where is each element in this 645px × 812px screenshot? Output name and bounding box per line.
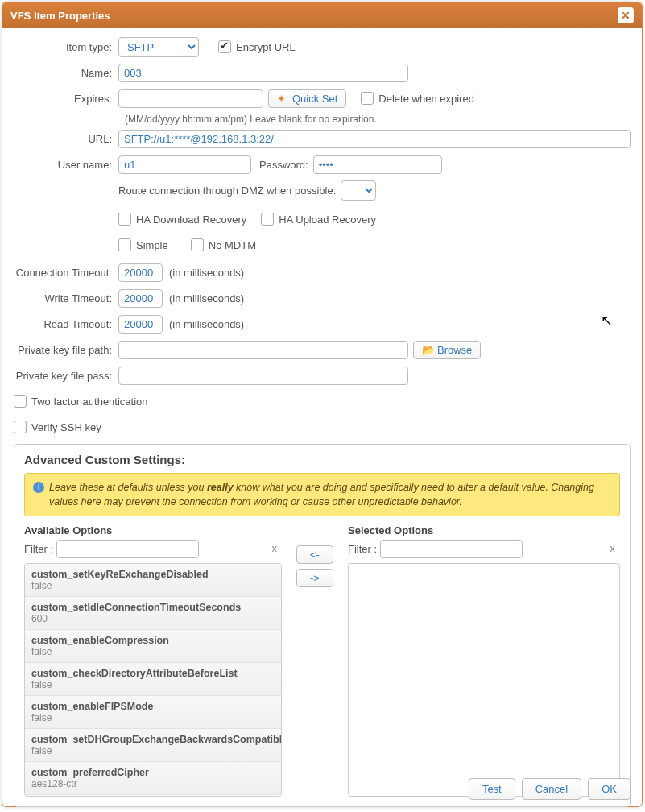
dmz-label: Route connection through DMZ when possib… (118, 184, 336, 197)
available-filter-clear-icon[interactable]: x (272, 542, 278, 554)
move-left-button[interactable]: <- (296, 545, 333, 564)
username-input[interactable] (118, 155, 251, 174)
available-options-list[interactable]: custom_setKeyReExchangeDisabledfalsecust… (24, 563, 282, 797)
label-write-timeout: Write Timeout: (14, 292, 118, 304)
label-conn-timeout: Connection Timeout: (14, 267, 118, 279)
ha-download-label: HA Download Recovery (136, 213, 246, 226)
info-icon: i (33, 482, 44, 493)
label-url: URL: (14, 133, 118, 145)
read-timeout-input[interactable] (118, 315, 163, 334)
available-option-item[interactable]: custom_enableCompressionfalse (25, 630, 281, 663)
pk-pass-input[interactable] (118, 367, 408, 385)
option-name: custom_setDHGroupExchangeBackwardsCompat… (31, 734, 275, 745)
advanced-settings-section: Advanced Custom Settings: i Leave these … (14, 444, 631, 807)
verify-ssh-checkbox[interactable] (14, 420, 27, 433)
available-filter-label: Filter : (24, 543, 53, 555)
folder-icon: 📂 (422, 344, 433, 355)
no-mdtm-checkbox[interactable] (191, 238, 204, 251)
option-name: custom_setKeyReExchangeDisabled (31, 569, 275, 580)
available-option-item[interactable]: custom_setDHGroupExchangeBackwardsCompat… (25, 729, 281, 762)
browse-button[interactable]: 📂 Browse (413, 341, 481, 359)
ha-upload-label: HA Upload Recovery (279, 213, 376, 226)
label-item-type: Item type: (14, 41, 118, 53)
encrypt-url-label: Encrypt URL (236, 41, 296, 53)
two-factor-checkbox[interactable] (14, 395, 27, 408)
conn-timeout-unit: (in milliseconds) (169, 267, 244, 279)
available-option-item[interactable]: custom_enableFIPSModefalse (25, 696, 281, 729)
option-name: custom_enableCompression (31, 635, 275, 646)
conn-timeout-input[interactable] (118, 263, 163, 282)
selected-filter-clear-icon[interactable]: x (610, 542, 616, 554)
available-heading: Available Options (24, 524, 282, 536)
write-timeout-unit: (in milliseconds) (169, 292, 244, 304)
label-pk-pass: Private key file pass: (14, 370, 118, 382)
encrypt-url-checkbox[interactable] (218, 40, 231, 53)
test-button[interactable]: Test (469, 778, 515, 800)
url-input[interactable] (118, 130, 631, 148)
simple-checkbox[interactable] (118, 238, 131, 251)
option-name: custom_checkDirectoryAttributeBeforeList (31, 668, 275, 679)
advanced-notice: i Leave these at defaults unless you rea… (24, 473, 620, 516)
advanced-heading: Advanced Custom Settings: (24, 453, 620, 466)
vfs-properties-dialog: VFS Item Properties ✕ Item type: SFTP En… (2, 2, 643, 807)
password-input[interactable] (313, 155, 442, 174)
pk-path-input[interactable] (118, 341, 408, 359)
simple-label: Simple (136, 239, 168, 251)
option-value: false (31, 646, 275, 657)
quick-set-button[interactable]: ✦ Quick Set (268, 89, 346, 108)
cancel-button[interactable]: Cancel (522, 778, 581, 800)
expires-input[interactable] (118, 89, 263, 108)
ha-upload-checkbox[interactable] (261, 213, 274, 226)
option-value: false (31, 580, 275, 591)
option-value: false (31, 745, 275, 756)
selected-heading: Selected Options (348, 524, 620, 536)
two-factor-label: Two factor authentication (31, 396, 148, 408)
titlebar: VFS Item Properties ✕ (2, 2, 642, 28)
delete-when-expired-label: Delete when expired (378, 93, 474, 105)
label-expires: Expires: (14, 93, 118, 105)
option-name: custom_enableFIPSMode (31, 701, 275, 712)
selected-filter-label: Filter : (348, 543, 377, 555)
no-mdtm-label: No MDTM (209, 239, 256, 251)
label-name: Name: (14, 67, 118, 79)
verify-ssh-label: Verify SSH key (31, 421, 101, 433)
available-option-item[interactable]: custom_setKeyReExchangeDisabledfalse (25, 564, 281, 597)
item-type-select[interactable]: SFTP (118, 37, 199, 57)
move-right-button[interactable]: -> (296, 569, 333, 587)
ha-download-checkbox[interactable] (118, 213, 131, 226)
label-username: User name: (14, 159, 118, 171)
option-value: 600 (31, 613, 275, 624)
dmz-select[interactable] (341, 180, 376, 201)
delete-when-expired-checkbox[interactable] (361, 92, 374, 105)
option-value: false (31, 712, 275, 723)
label-read-timeout: Read Timeout: (14, 318, 118, 330)
available-option-item[interactable]: custom_setIdleConnectionTimeoutSeconds60… (25, 597, 281, 630)
name-input[interactable] (118, 64, 408, 82)
available-option-item[interactable]: custom_preferredCipheraes128-ctr (25, 762, 281, 795)
ok-button[interactable]: OK (588, 778, 631, 800)
selected-filter-input[interactable] (380, 540, 523, 558)
wand-icon: ✦ (277, 93, 288, 104)
option-name: custom_preferredCipher (31, 767, 275, 778)
selected-options-list[interactable] (348, 563, 620, 797)
available-filter-input[interactable] (56, 540, 199, 558)
label-pk-path: Private key file path: (14, 344, 118, 356)
read-timeout-unit: (in milliseconds) (169, 318, 244, 330)
dialog-title: VFS Item Properties (10, 10, 110, 22)
option-name: custom_setIdleConnectionTimeoutSeconds (31, 602, 275, 613)
available-option-item[interactable]: custom_checkDirectoryAttributeBeforeList… (25, 663, 281, 696)
write-timeout-input[interactable] (118, 289, 163, 308)
expires-hint: (MM/dd/yyyy hh:mm am/pm) Leave blank for… (125, 114, 631, 125)
close-icon[interactable]: ✕ (618, 7, 634, 23)
label-password: Password: (259, 159, 308, 171)
option-value: aes128-ctr (31, 778, 275, 789)
option-value: false (31, 679, 275, 690)
